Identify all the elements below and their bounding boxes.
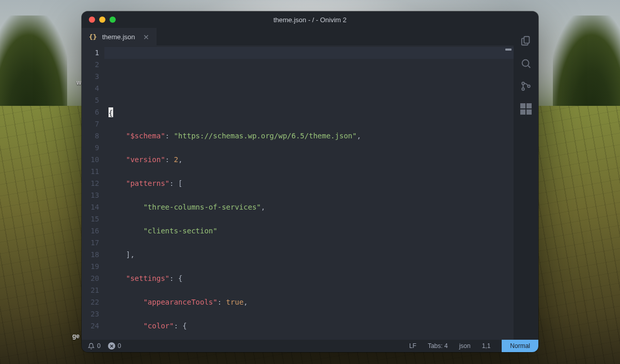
window-title: theme.json - / - Onivim 2 (82, 16, 538, 24)
code-line: "appearanceTools": true, (109, 296, 514, 308)
code-line: "patterns": [ (109, 178, 514, 189)
line-number: 6 (82, 106, 99, 118)
svg-line-2 (528, 66, 530, 68)
code-line: "clients-section" (109, 225, 514, 237)
code-line: "color": { (109, 320, 514, 332)
line-number: 7 (82, 118, 99, 130)
code-line: "three-columns-of-services", (109, 201, 514, 213)
error-badge-icon: ✕ (108, 342, 115, 350)
line-number: 21 (82, 284, 99, 296)
line-number: 19 (82, 261, 99, 273)
line-number: 16 (82, 225, 99, 237)
errors-indicator[interactable]: ✕ 0 (108, 342, 121, 350)
titlebar[interactable]: theme.json - / - Onivim 2 (82, 11, 538, 28)
line-number: 5 (82, 94, 99, 106)
code-line: { (109, 106, 514, 118)
source-control-icon[interactable] (520, 81, 532, 92)
line-number: 15 (82, 213, 99, 225)
minimize-window-button[interactable] (99, 17, 105, 23)
current-line-highlight (104, 47, 514, 59)
line-number: 13 (82, 189, 99, 201)
extensions-icon[interactable] (520, 103, 532, 115)
code-line: "version": 2, (109, 154, 514, 166)
close-window-button[interactable] (89, 17, 95, 23)
line-number: 11 (82, 166, 99, 178)
line-number: 24 (82, 320, 99, 332)
svg-rect-0 (524, 37, 529, 43)
line-number: 1 (82, 47, 99, 59)
activity-bar (514, 28, 538, 340)
vim-mode-indicator[interactable]: Normal (502, 340, 538, 352)
line-number: 20 (82, 273, 99, 284)
notifications-indicator[interactable]: 0 (88, 342, 101, 350)
search-icon[interactable] (520, 58, 532, 69)
files-icon[interactable] (520, 35, 532, 46)
close-tab-button[interactable]: ✕ (140, 33, 149, 41)
cursor: { (109, 107, 113, 117)
svg-point-5 (528, 85, 530, 88)
editor[interactable]: 1 2 3 4 5 6 7 8 9 10 11 12 13 14 15 16 1 (82, 45, 514, 340)
tab-bar: {} theme.json ✕ (82, 28, 514, 45)
language-indicator[interactable]: json (459, 342, 471, 350)
desktop-text-fragment: ge (72, 333, 80, 340)
app-window: theme.json - / - Onivim 2 {} theme.json … (82, 11, 538, 352)
line-number: 12 (82, 178, 99, 189)
line-number: 18 (82, 249, 99, 261)
line-number: 17 (82, 237, 99, 249)
tab-theme-json[interactable]: {} theme.json ✕ (82, 28, 157, 45)
code-line: "settings": { (109, 273, 514, 284)
line-number: 10 (82, 154, 99, 166)
line-number: 9 (82, 142, 99, 154)
json-file-icon: {} (89, 33, 97, 41)
line-number: 14 (82, 201, 99, 213)
status-bar: 0 ✕ 0 LF Tabs: 4 json 1,1 Normal (82, 340, 538, 352)
indentation-indicator[interactable]: Tabs: 4 (428, 342, 448, 350)
desktop-text-fragment: w (76, 79, 81, 86)
line-number: 3 (82, 71, 99, 83)
line-number: 23 (82, 308, 99, 320)
window-controls (82, 17, 116, 23)
line-ending-indicator[interactable]: LF (409, 342, 416, 350)
svg-point-1 (522, 60, 529, 67)
minimap-indicator[interactable] (505, 49, 512, 51)
line-number: 8 (82, 130, 99, 142)
line-number: 4 (82, 83, 99, 94)
line-number: 2 (82, 59, 99, 71)
svg-point-3 (522, 82, 524, 85)
line-number: 22 (82, 296, 99, 308)
svg-point-4 (522, 88, 524, 90)
code-line: "$schema": "https://schemas.wp.org/wp/6.… (109, 130, 514, 142)
maximize-window-button[interactable] (110, 17, 116, 23)
code-area[interactable]: { "$schema": "https://schemas.wp.org/wp/… (104, 45, 514, 340)
cursor-position-indicator[interactable]: 1,1 (482, 342, 491, 350)
line-number-gutter: 1 2 3 4 5 6 7 8 9 10 11 12 13 14 15 16 1 (82, 45, 104, 340)
code-line: ], (109, 249, 514, 261)
tab-label: theme.json (102, 33, 135, 41)
